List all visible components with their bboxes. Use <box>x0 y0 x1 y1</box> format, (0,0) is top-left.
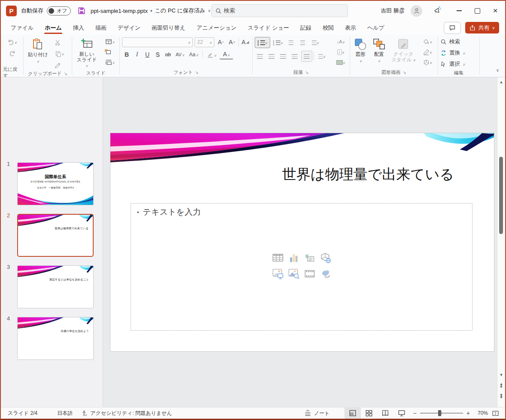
italic-button[interactable]: I <box>132 49 142 60</box>
normal-view-button[interactable] <box>344 408 361 419</box>
slide-thumbnail-2-selected[interactable]: 世界は物理量で出来ている <box>17 214 94 257</box>
dialog-launcher-icon[interactable]: ↘ <box>402 70 406 75</box>
reading-view-button[interactable] <box>377 408 393 419</box>
cut-button[interactable] <box>53 37 63 48</box>
dialog-launcher-icon[interactable]: ↘ <box>305 70 308 75</box>
scroll-up-arrow[interactable]: ▲ <box>497 80 505 84</box>
slide-thumbnail-1[interactable]: 国際単位系 SYSTÈME INTERNATIONAL D'UNITÉS 北里大… <box>17 162 94 205</box>
copy-button[interactable] <box>53 49 67 59</box>
tab-help[interactable]: ヘルプ <box>362 21 390 35</box>
language-indicator[interactable]: 日本語 <box>53 408 77 419</box>
slide-thumbnail-3[interactable]: 測定するとは単位を決めること <box>17 265 94 308</box>
minimize-button[interactable] <box>450 1 468 21</box>
paste-button[interactable]: 貼り付け <box>26 37 50 66</box>
convert-smartart-button[interactable] <box>332 58 349 67</box>
align-text-button[interactable]: ↕ <box>332 47 349 57</box>
tab-home[interactable]: ホーム <box>39 21 67 35</box>
current-slide[interactable]: 世界は物理量で出来ている • テキストを入力 <box>110 133 494 351</box>
autosave-toggle[interactable]: オフ <box>47 6 71 15</box>
previous-slide-button[interactable]: ▲▲ <box>497 383 505 388</box>
undo-button[interactable] <box>4 37 20 47</box>
share-button[interactable]: 共有 ∨ <box>465 22 499 33</box>
slideshow-button[interactable] <box>393 408 410 419</box>
scroll-down-arrow[interactable]: ▼ <box>497 373 505 377</box>
insert-stock-image-button[interactable] <box>288 268 300 280</box>
next-slide-button[interactable]: ▼▼ <box>497 394 505 399</box>
tab-transitions[interactable]: 画面切り替え <box>146 21 191 35</box>
insert-table-button[interactable] <box>272 252 284 264</box>
collapse-ribbon-button[interactable]: ∨ <box>496 68 499 73</box>
text-shadow-button[interactable]: S <box>153 49 162 60</box>
vertical-scrollbar[interactable]: ▲ ▼ ▲▲ ▼▼ <box>497 77 505 407</box>
powerpoint-app-icon[interactable]: P <box>6 6 17 16</box>
zoom-out-button[interactable]: − <box>413 410 417 417</box>
font-size-combobox[interactable]: 22 <box>195 37 214 47</box>
insert-icon-button[interactable] <box>320 268 332 280</box>
columns-button[interactable] <box>315 51 328 61</box>
slide-thumbnail-4[interactable]: 共通の単位を決めよう <box>17 317 94 360</box>
notes-toggle-button[interactable]: ノート <box>300 408 334 419</box>
close-button[interactable]: ✕ <box>486 1 504 21</box>
slide-editing-canvas[interactable]: 世界は物理量で出来ている • テキストを入力 <box>103 77 497 407</box>
format-painter-button[interactable] <box>53 60 63 70</box>
decrease-indent-button[interactable] <box>286 37 296 48</box>
slide-layout-button[interactable] <box>103 37 117 46</box>
highlight-color-button[interactable] <box>205 49 219 60</box>
shape-outline-button[interactable] <box>420 47 435 57</box>
comments-button[interactable] <box>444 22 461 34</box>
maximize-button[interactable] <box>468 1 486 21</box>
section-button[interactable] <box>103 58 117 67</box>
accessibility-checker[interactable]: アクセシビリティ: 問題ありません <box>77 408 176 419</box>
user-name[interactable]: 吉田 勝彦 <box>381 7 405 15</box>
tab-slideshow[interactable]: スライド ショー <box>242 21 294 35</box>
tab-design[interactable]: デザイン <box>112 21 146 35</box>
document-title[interactable]: ppt-sample1-temp.pptx • この PC に保存済み ∨ <box>91 7 211 15</box>
shrink-font-button[interactable]: A˅ <box>227 37 237 47</box>
tab-animations[interactable]: アニメーション <box>191 21 242 35</box>
shape-effects-button[interactable] <box>420 58 435 67</box>
new-slide-button[interactable]: 新しい スライド <box>74 37 99 70</box>
grow-font-button[interactable]: A^ <box>216 37 226 47</box>
redo-button[interactable] <box>7 48 17 58</box>
justify-button[interactable] <box>290 51 300 61</box>
zoom-slider[interactable] <box>420 413 463 414</box>
zoom-level[interactable]: 70% <box>473 410 488 416</box>
tab-view[interactable]: 表示 <box>339 21 362 35</box>
bullets-button[interactable] <box>255 37 270 48</box>
insert-video-button[interactable] <box>304 268 316 280</box>
font-name-combobox[interactable] <box>122 37 193 47</box>
scrollbar-thumb[interactable] <box>499 157 503 234</box>
select-button[interactable]: 選択 <box>440 59 465 69</box>
avatar[interactable] <box>411 5 422 17</box>
autosave-control[interactable]: 自動保存 オフ <box>21 6 71 15</box>
slide-indicator[interactable]: スライド 2/4 <box>3 408 42 419</box>
dialog-launcher-icon[interactable]: ↘ <box>64 71 67 76</box>
insert-smartart-button[interactable] <box>304 252 316 264</box>
tab-file[interactable]: ファイル <box>5 21 39 35</box>
arrange-button[interactable]: 配置 <box>371 37 387 65</box>
slide-title-textbox[interactable]: 世界は物理量で出来ている <box>261 165 476 184</box>
content-placeholder[interactable]: • テキストを入力 <box>131 203 472 331</box>
text-direction-button[interactable]: ↓A <box>332 37 349 46</box>
fit-to-window-button[interactable] <box>488 408 503 419</box>
shape-fill-button[interactable] <box>420 37 435 46</box>
change-case-button[interactable]: Aa <box>187 49 200 60</box>
align-left-button[interactable] <box>255 51 265 61</box>
underline-button[interactable]: U <box>143 49 152 60</box>
character-spacing-button[interactable]: AV <box>174 49 186 60</box>
dialog-launcher-icon[interactable]: ↘ <box>195 70 198 75</box>
align-center-button[interactable] <box>266 51 277 61</box>
zoom-slider-thumb[interactable] <box>438 410 441 416</box>
clear-formatting-button[interactable]: A◢ <box>241 37 250 47</box>
feedback-button[interactable] <box>433 6 442 15</box>
tab-draw[interactable]: 描画 <box>90 21 112 35</box>
quick-styles-button[interactable]: クイック スタイル <box>389 37 418 64</box>
tab-record[interactable]: 記録 <box>295 21 317 35</box>
tab-insert[interactable]: 挿入 <box>67 21 90 35</box>
tab-review[interactable]: 校閲 <box>317 21 339 35</box>
line-spacing-button[interactable] <box>309 37 322 48</box>
font-color-button[interactable]: A <box>219 49 233 60</box>
bold-button[interactable]: B <box>122 49 131 60</box>
strikethrough-button[interactable]: ab <box>163 49 173 60</box>
search-input[interactable]: 検索 <box>211 4 348 17</box>
